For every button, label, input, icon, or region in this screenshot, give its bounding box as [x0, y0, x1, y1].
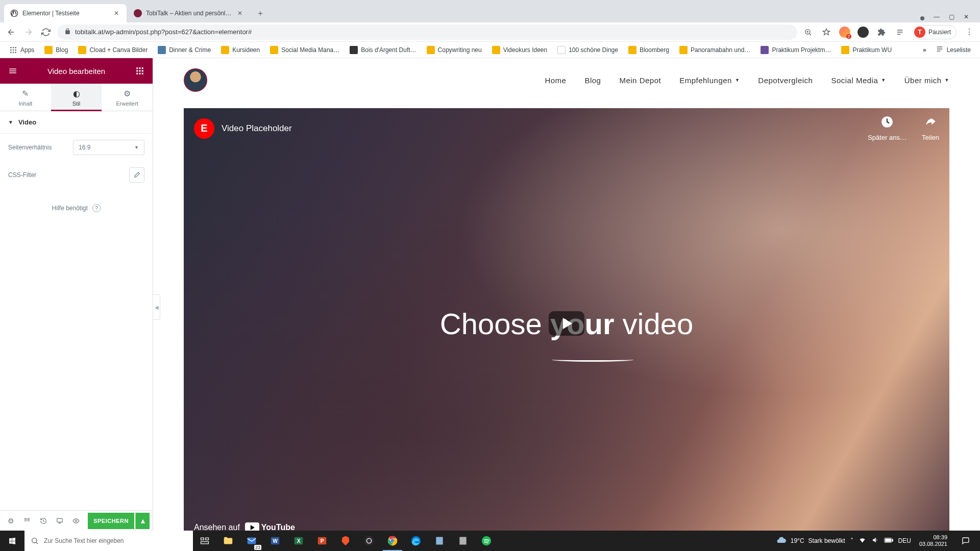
svg-point-4 — [13, 47, 14, 48]
site-logo[interactable] — [184, 68, 207, 92]
bookmark-item[interactable]: Kursideen — [217, 44, 264, 56]
bookmark-item[interactable]: Bloomberg — [624, 44, 673, 56]
account-dot-icon[interactable] — [920, 16, 924, 20]
control-css-filter: CSS-Filter — [0, 161, 153, 189]
bookmark-item[interactable]: Cload + Canva Bilder — [74, 44, 152, 56]
powerpoint-icon[interactable]: P — [310, 531, 334, 551]
bookmarks-overflow-icon[interactable]: » — [923, 46, 926, 54]
obs-icon[interactable] — [357, 531, 381, 551]
clock[interactable]: 08:39 03.08.2021 — [916, 534, 950, 547]
svg-text:P: P — [321, 538, 324, 544]
preview-eye-icon[interactable] — [68, 513, 84, 529]
bookmark-item[interactable]: Blog — [40, 44, 72, 56]
svg-point-3 — [10, 47, 12, 48]
apps-button[interactable]: Apps — [5, 44, 38, 56]
navigator-icon[interactable] — [19, 513, 35, 529]
close-window-icon[interactable]: ✕ — [964, 13, 969, 20]
widgets-grid-icon[interactable] — [133, 64, 146, 78]
browser-tab[interactable]: TobiTalk – Aktien und persönlich… ✕ — [128, 4, 250, 22]
tab-advanced[interactable]: ⚙ Erweitert — [102, 84, 153, 111]
reload-button[interactable] — [40, 26, 52, 38]
close-icon[interactable]: ✕ — [112, 9, 120, 17]
bookmark-item[interactable]: Bois d'Argent Duft… — [346, 44, 420, 56]
new-tab-button[interactable]: ＋ — [253, 6, 267, 20]
tray-chevron-up-icon[interactable]: ˄ — [850, 537, 853, 544]
nav-empfehlungen[interactable]: Empfehlungen▼ — [679, 76, 740, 85]
tab-style[interactable]: ◐ Stil — [51, 84, 102, 111]
bookmark-item[interactable]: Copywriting neu — [423, 44, 486, 56]
aspect-ratio-select[interactable]: 16:9 ▼ — [73, 140, 144, 155]
volume-icon[interactable] — [871, 536, 879, 545]
settings-gear-icon[interactable]: ⚙ — [3, 513, 18, 529]
edge-icon[interactable] — [404, 531, 428, 551]
nav-about[interactable]: Über mich▼ — [904, 76, 949, 85]
tab-content[interactable]: ✎ Inhalt — [0, 84, 51, 111]
watch-later-button[interactable]: Später ans… — [868, 115, 906, 141]
taskbar-search[interactable]: Zur Suche Text hier eingeben — [24, 531, 193, 551]
url-input[interactable]: tobitalk.at/wp-admin/post.php?post=627&a… — [57, 24, 797, 40]
bookmark-item[interactable]: Praktikum Projektm… — [756, 44, 835, 56]
spotify-icon[interactable] — [475, 531, 498, 551]
share-button[interactable]: Teilen — [922, 115, 939, 141]
bookmark-item[interactable]: Dinner & Crime — [154, 44, 215, 56]
responsive-icon[interactable] — [52, 513, 67, 529]
collapse-sidebar-handle[interactable]: ◀ — [153, 294, 160, 320]
bookmark-item[interactable]: Praktikum WU — [837, 44, 896, 56]
network-icon[interactable] — [859, 536, 866, 545]
app-icon[interactable] — [428, 531, 451, 551]
forward-button[interactable] — [22, 26, 35, 38]
bookmark-item[interactable]: Panoramabahn und… — [675, 44, 754, 56]
minimize-icon[interactable]: — — [934, 13, 940, 20]
chrome-icon[interactable] — [381, 531, 404, 551]
history-icon[interactable] — [36, 513, 51, 529]
save-options-button[interactable]: ▴ — [135, 513, 150, 529]
back-button[interactable] — [5, 26, 17, 38]
nav-depotvergleich[interactable]: Depotvergleich — [758, 76, 813, 85]
file-explorer-icon[interactable] — [216, 531, 240, 551]
extensions-puzzle-icon[interactable] — [876, 27, 887, 38]
profile-button[interactable]: T Pausiert — [913, 25, 957, 39]
extension-icon[interactable] — [857, 27, 869, 38]
maximize-icon[interactable]: ▢ — [949, 13, 954, 20]
save-button[interactable]: SPEICHERN — [88, 513, 134, 529]
reading-list-icon[interactable] — [894, 27, 905, 38]
battery-icon[interactable] — [884, 537, 893, 545]
keyboard-lang[interactable]: DEU — [898, 537, 911, 544]
extension-icon[interactable]: 2 — [839, 27, 850, 38]
svg-rect-20 — [142, 73, 143, 74]
bookmark-item[interactable]: 100 schöne Dinge — [553, 44, 622, 56]
svg-rect-21 — [57, 518, 63, 522]
task-view-icon[interactable] — [193, 531, 216, 551]
start-button[interactable] — [0, 531, 24, 551]
video-widget[interactable]: E Video Placeholder Später ans… — [184, 108, 949, 531]
watch-on-youtube[interactable]: Ansehen auf YouTube — [184, 516, 305, 531]
mail-icon[interactable]: 23 — [240, 531, 263, 551]
bookmark-star-icon[interactable] — [821, 27, 832, 38]
bookmark-item[interactable]: Videokurs Ideen — [488, 44, 552, 56]
play-button[interactable] — [549, 311, 584, 336]
folder-icon — [679, 46, 688, 54]
kebab-menu-icon[interactable]: ⋮ — [964, 27, 975, 38]
excel-icon[interactable]: X — [287, 531, 310, 551]
notifications-icon[interactable] — [955, 531, 976, 551]
help-link[interactable]: Hilfe benötigt ? — [0, 189, 153, 228]
nav-blog[interactable]: Blog — [584, 76, 601, 85]
close-icon[interactable]: ✕ — [236, 9, 244, 17]
app-icon[interactable] — [451, 531, 475, 551]
brave-icon[interactable] — [334, 531, 357, 551]
folder-icon — [221, 46, 229, 54]
hamburger-menu-icon[interactable] — [6, 64, 19, 78]
word-icon[interactable]: W — [263, 531, 287, 551]
sidebar-header: Video bearbeiten — [0, 58, 153, 84]
section-video-toggle[interactable]: ▼ Video — [0, 111, 153, 134]
folder-icon — [78, 46, 86, 54]
browser-tab-active[interactable]: Elementor | Testseite ✕ — [4, 4, 127, 22]
bookmark-item[interactable]: Social Media Mana… — [266, 44, 344, 56]
weather-widget[interactable]: 19°C Stark bewölkt — [776, 535, 845, 547]
nav-social-media[interactable]: Social Media▼ — [831, 76, 886, 85]
zoom-icon[interactable] — [802, 27, 814, 38]
css-filter-edit-button[interactable] — [129, 167, 144, 183]
reading-list-button[interactable]: Leseliste — [932, 43, 975, 57]
nav-home[interactable]: Home — [545, 76, 566, 85]
nav-depot[interactable]: Mein Depot — [619, 76, 661, 85]
